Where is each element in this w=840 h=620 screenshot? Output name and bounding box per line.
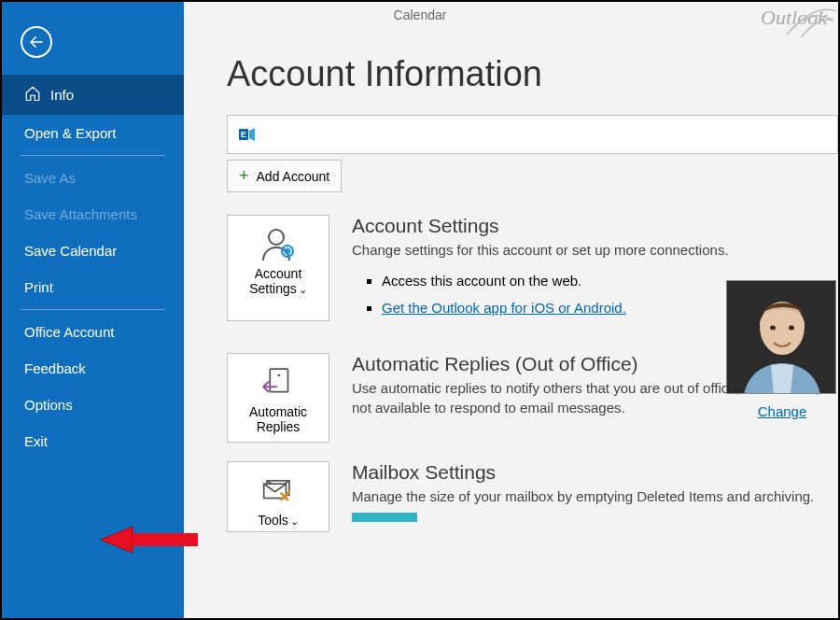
tools-button[interactable]: Tools⌄ xyxy=(227,461,329,532)
exchange-icon: E xyxy=(237,123,259,146)
button-label: Tools xyxy=(258,513,288,528)
change-photo-link[interactable]: Change xyxy=(758,403,807,419)
svg-text:E: E xyxy=(241,130,246,139)
sidebar-item-print[interactable]: Print xyxy=(2,269,184,305)
sidebar-item-label: Options xyxy=(24,397,73,413)
context-title: Calendar xyxy=(394,7,447,22)
sidebar-item-save-as: Save As xyxy=(2,160,184,196)
sidebar-item-options[interactable]: Options xyxy=(2,387,184,423)
add-account-button[interactable]: + Add Account xyxy=(227,160,342,192)
account-settings-icon xyxy=(256,225,301,262)
sidebar-item-label: Save Attachments xyxy=(24,206,137,222)
sidebar-item-info[interactable]: Info xyxy=(2,75,184,115)
sidebar-item-label: Print xyxy=(24,279,53,295)
outlook-app-link[interactable]: Get the Outlook app for iOS or Android. xyxy=(382,300,626,316)
mailbox-usage-bar xyxy=(352,513,417,522)
button-label: Account Settings xyxy=(249,266,301,296)
svg-point-3 xyxy=(269,230,284,245)
sidebar-item-exit[interactable]: Exit xyxy=(2,423,184,459)
file-sidebar: Info Open & Export Save As Save Attachme… xyxy=(2,2,184,618)
account-selector[interactable]: E xyxy=(227,115,838,154)
plus-icon: + xyxy=(239,166,249,186)
sidebar-item-save-calendar[interactable]: Save Calendar xyxy=(2,232,184,269)
sidebar-item-label: Feedback xyxy=(24,360,86,376)
svg-point-8 xyxy=(789,326,794,331)
back-button[interactable] xyxy=(21,26,52,58)
sidebar-item-label: Save Calendar xyxy=(24,243,117,259)
arrow-left-icon xyxy=(28,34,45,50)
sidebar-item-label: Info xyxy=(50,87,74,103)
chevron-down-icon: ⌄ xyxy=(290,515,299,527)
section-mailbox-settings: Tools⌄ Mailbox Settings Manage the size … xyxy=(227,461,838,532)
add-account-label: Add Account xyxy=(257,169,330,184)
automatic-replies-button[interactable]: Automatic Replies xyxy=(227,353,329,443)
sidebar-item-label: Open & Export xyxy=(24,125,116,141)
tools-icon xyxy=(256,472,301,509)
divider xyxy=(21,155,165,156)
sidebar-item-open-export[interactable]: Open & Export xyxy=(2,115,184,151)
section-title: Mailbox Settings xyxy=(352,461,838,484)
section-title: Account Settings xyxy=(352,215,838,237)
chevron-down-icon: ⌄ xyxy=(299,284,307,295)
section-desc: Change settings for this account or set … xyxy=(352,241,838,260)
page-title: Account Information xyxy=(227,54,838,94)
button-label: Automatic Replies xyxy=(233,404,323,434)
svg-point-7 xyxy=(770,326,776,331)
sidebar-item-label: Office Account xyxy=(24,324,114,340)
divider xyxy=(21,309,165,310)
sidebar-item-label: Exit xyxy=(24,433,48,449)
sidebar-item-office-account[interactable]: Office Account xyxy=(2,314,184,350)
sidebar-item-label: Save As xyxy=(24,170,76,186)
sidebar-item-feedback[interactable]: Feedback xyxy=(2,350,184,387)
profile-photo-area: Change xyxy=(726,280,838,420)
svg-point-10 xyxy=(278,374,281,377)
account-settings-button[interactable]: Account Settings⌄ xyxy=(227,215,329,321)
content-pane: Account Information E + Add Account Acco… xyxy=(184,30,838,618)
sidebar-item-save-attachments: Save Attachments xyxy=(2,196,184,232)
home-icon xyxy=(24,85,41,105)
automatic-replies-icon xyxy=(256,363,301,401)
section-desc: Manage the size of your mailbox by empty… xyxy=(352,487,838,506)
svg-rect-9 xyxy=(270,369,287,392)
avatar xyxy=(726,280,836,394)
